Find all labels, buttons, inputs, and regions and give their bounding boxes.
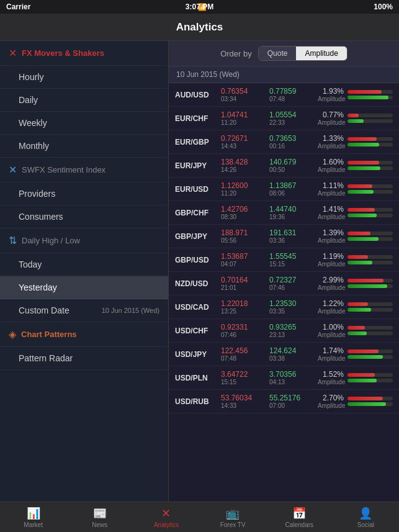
sidebar-item-providers[interactable]: Providers <box>0 183 168 205</box>
low-value: 1.04741 11:20 <box>221 110 266 126</box>
green-bar-fill <box>347 355 383 359</box>
green-bar-fill <box>347 119 364 123</box>
low-value: 138.428 14:26 <box>221 158 266 173</box>
sidebar-item-daily[interactable]: Daily <box>0 89 168 112</box>
red-bar-fill <box>347 161 379 165</box>
sidebar-item-custom-date[interactable]: Custom Date 10 Jun 2015 (Wed) <box>0 299 168 322</box>
red-bar-fill <box>347 90 382 94</box>
red-bar-track <box>347 232 393 235</box>
title-bar: Analytics <box>0 14 399 41</box>
low-value: 0.92331 07:46 <box>221 323 266 338</box>
green-bar-track <box>347 96 393 99</box>
sidebar-section-fx-movers[interactable]: ✕ FX Movers & Shakers <box>0 41 168 66</box>
red-bar-track <box>347 137 393 141</box>
green-bar-track <box>347 379 393 382</box>
green-bar-track <box>347 237 393 241</box>
amplitude-value: 1.22% Amplitude <box>318 299 344 315</box>
tab-forextv-label: Forex TV <box>220 521 246 528</box>
order-by-bar: Order by Quote Amplitude <box>169 41 399 66</box>
red-bar-track <box>347 279 393 282</box>
low-value: 3.64722 15:15 <box>221 370 266 385</box>
carrier-label: Carrier <box>6 2 30 11</box>
sidebar-item-consumers[interactable]: Consumers <box>0 205 168 228</box>
high-value: 3.70356 04:13 <box>269 370 314 385</box>
amplitude-bar <box>347 302 393 312</box>
pair-label: USD/RUB <box>175 397 217 406</box>
table-row: USD/RUB 53.76034 14:33 55.25176 07:00 2.… <box>169 390 399 413</box>
pair-label: EUR/JPY <box>175 161 217 170</box>
amplitude-value: 1.41% Amplitude <box>318 205 344 220</box>
high-value: 1.23530 03:35 <box>269 299 314 315</box>
tab-social[interactable]: 👤 Social <box>333 502 399 532</box>
table-row: EUR/USD 1.12600 11:20 1.13867 08:06 1.11… <box>169 178 399 201</box>
pair-label: USD/CHF <box>175 327 217 335</box>
green-bar-track <box>347 166 393 170</box>
tab-news[interactable]: 📰 News <box>66 502 133 532</box>
sidebar-section-chart-patterns[interactable]: ◈ Chart Patterns <box>0 322 168 347</box>
green-bar-track <box>347 119 393 123</box>
red-bar-track <box>347 255 393 259</box>
table-row: NZD/USD 0.70164 21:01 0.72327 07:46 2.99… <box>169 272 399 295</box>
high-value: 124.624 03:38 <box>269 346 314 362</box>
low-value: 1.12600 11:20 <box>221 181 266 197</box>
high-value: 0.73653 00:16 <box>269 134 314 150</box>
red-bar-track <box>347 373 393 377</box>
red-bar-track <box>347 114 393 117</box>
red-bar-fill <box>347 232 370 235</box>
sidebar-section-fx-label: FX Movers & Shakers <box>22 48 104 58</box>
sidebar-section-daily-highlow[interactable]: ⇅ Daily High / Low <box>0 228 168 253</box>
tab-calendars[interactable]: 📅 Calendars <box>266 502 333 532</box>
tab-analytics[interactable]: ✕ Analytics <box>133 502 199 532</box>
green-bar-track <box>347 308 393 312</box>
amplitude-bar <box>347 349 393 359</box>
red-bar-fill <box>347 255 368 259</box>
green-bar-track <box>347 190 393 194</box>
high-value: 0.72327 07:46 <box>269 276 314 291</box>
green-bar-fill <box>347 190 374 194</box>
red-bar-fill <box>347 208 375 212</box>
green-bar-track <box>347 331 393 335</box>
green-bar-track <box>347 355 393 359</box>
order-by-label: Order by <box>220 49 252 58</box>
main-layout: ✕ FX Movers & Shakers Hourly Daily Weekl… <box>0 41 399 502</box>
amplitude-value: 1.11% Amplitude <box>318 181 344 197</box>
amplitude-bar <box>347 114 393 123</box>
green-bar-fill <box>347 379 377 382</box>
amplitude-bar <box>347 208 393 217</box>
fx-rows-container: AUD/USD 0.76354 03:34 0.77859 07:48 1.93… <box>169 83 399 413</box>
amplitude-bar <box>347 397 393 406</box>
tab-market[interactable]: 📊 Market <box>0 502 66 532</box>
sidebar-item-pattern-radar[interactable]: Pattern Radar <box>0 347 168 370</box>
table-row: EUR/JPY 138.428 14:26 140.679 00:50 1.60… <box>169 154 399 178</box>
red-bar-track <box>347 184 393 188</box>
analytics-icon: ✕ <box>161 507 171 520</box>
pair-label: GBP/USD <box>175 256 217 264</box>
sidebar-item-yesterday[interactable]: Yesterday <box>0 276 168 299</box>
order-by-buttons: Quote Amplitude <box>258 46 347 61</box>
calendars-icon: 📅 <box>292 507 306 520</box>
pair-label: NZD/USD <box>175 279 217 288</box>
market-icon: 📊 <box>27 507 40 520</box>
sidebar-item-today[interactable]: Today <box>0 253 168 276</box>
pair-label: GBP/CHF <box>175 209 217 217</box>
order-quote-button[interactable]: Quote <box>259 47 297 60</box>
tab-bar: 📊 Market 📰 News ✕ Analytics 📺 Forex TV 📅… <box>0 502 399 532</box>
table-row: GBP/JPY 188.971 05:56 191.631 03:36 1.39… <box>169 225 399 248</box>
sidebar-item-hourly[interactable]: Hourly <box>0 66 168 89</box>
sidebar-item-monthly[interactable]: Monthly <box>0 135 168 158</box>
fx-movers-icon: ✕ <box>9 47 17 59</box>
tab-forextv[interactable]: 📺 Forex TV <box>200 502 266 532</box>
order-amplitude-button[interactable]: Amplitude <box>296 47 346 60</box>
sidebar-section-chartpatterns-label: Chart Patterns <box>21 330 77 339</box>
sidebar-section-swfx[interactable]: ✕ SWFX Sentiment Index <box>0 158 168 183</box>
amplitude-bar <box>347 90 393 99</box>
high-value: 1.44740 19:36 <box>269 205 314 220</box>
low-value: 1.22018 13:25 <box>221 299 266 315</box>
high-value: 191.631 03:36 <box>269 228 314 244</box>
red-bar-fill <box>347 184 372 188</box>
daily-highlow-icon: ⇅ <box>9 235 17 246</box>
green-bar-fill <box>347 166 380 170</box>
sidebar-section-dailyhl-label: Daily High / Low <box>22 236 80 245</box>
red-bar-fill <box>347 397 383 400</box>
sidebar-item-weekly[interactable]: Weekly <box>0 112 168 135</box>
